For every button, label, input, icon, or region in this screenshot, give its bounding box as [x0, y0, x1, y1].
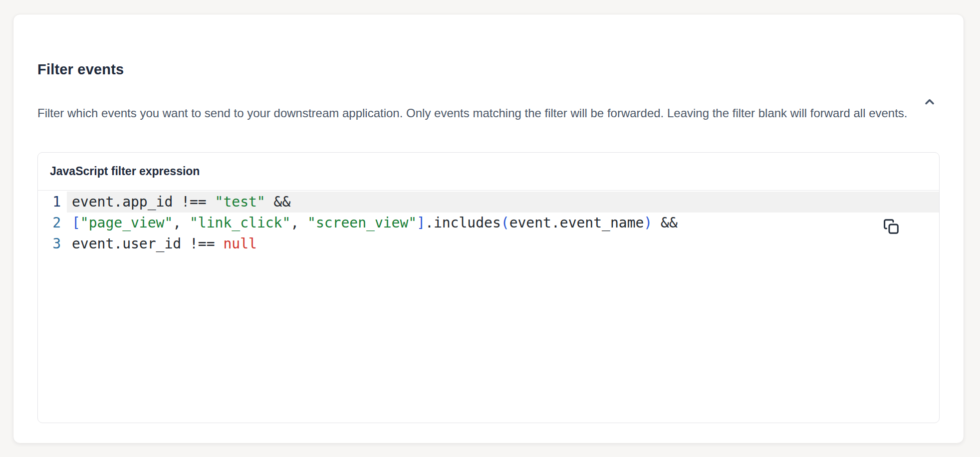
code-token-plain: ,	[173, 215, 190, 231]
code-token-string: "screen_view"	[307, 215, 417, 231]
line-number: 2	[38, 213, 67, 233]
collapse-section-button[interactable]	[920, 92, 940, 112]
code-line[interactable]: 3event.user_id !== null	[38, 233, 939, 254]
code-token-plain: event.event_name	[509, 215, 644, 231]
code-line[interactable]: 2["page_view", "link_click", "screen_vie…	[38, 213, 939, 233]
code-token-plain: &&	[265, 194, 291, 210]
copy-icon	[883, 219, 899, 234]
code-token-string: "page_view"	[80, 215, 173, 231]
code-token-punct: (	[501, 215, 509, 231]
editor-header: JavaScript filter expression	[38, 153, 939, 191]
code-area[interactable]: 1event.app_id !== "test" &&2["page_view"…	[38, 191, 939, 423]
code-line-content: event.app_id !== "test" &&	[67, 192, 939, 213]
code-token-plain: .includes	[425, 215, 501, 231]
code-lines: 1event.app_id !== "test" &&2["page_view"…	[38, 192, 939, 254]
line-number: 3	[38, 233, 67, 254]
code-token-plain: ,	[290, 215, 307, 231]
code-token-punct: ]	[417, 215, 425, 231]
copy-code-button[interactable]	[882, 218, 900, 235]
filter-events-card: Filter events Filter which events you wa…	[13, 14, 964, 444]
code-line-content: ["page_view", "link_click", "screen_view…	[67, 213, 939, 233]
code-token-punct: [	[72, 215, 80, 231]
code-line[interactable]: 1event.app_id !== "test" &&	[38, 192, 939, 213]
code-token-plain: event.app_id !==	[72, 194, 215, 210]
chevron-up-icon	[923, 95, 937, 109]
code-token-punct: )	[644, 215, 652, 231]
code-editor: JavaScript filter expression 1event.app_…	[37, 152, 940, 423]
code-line-content: event.user_id !== null	[67, 233, 939, 254]
description-row: Filter which events you want to send to …	[37, 90, 940, 136]
panel-description: Filter which events you want to send to …	[37, 102, 914, 124]
code-token-string: "test"	[215, 194, 265, 210]
code-token-keyword: null	[223, 235, 256, 252]
code-token-plain: event.user_id !==	[72, 235, 223, 252]
code-token-string: "link_click"	[190, 215, 290, 231]
code-token-plain: &&	[652, 215, 678, 231]
page-title: Filter events	[37, 60, 940, 78]
line-number: 1	[38, 192, 67, 213]
editor-label: JavaScript filter expression	[50, 165, 200, 178]
